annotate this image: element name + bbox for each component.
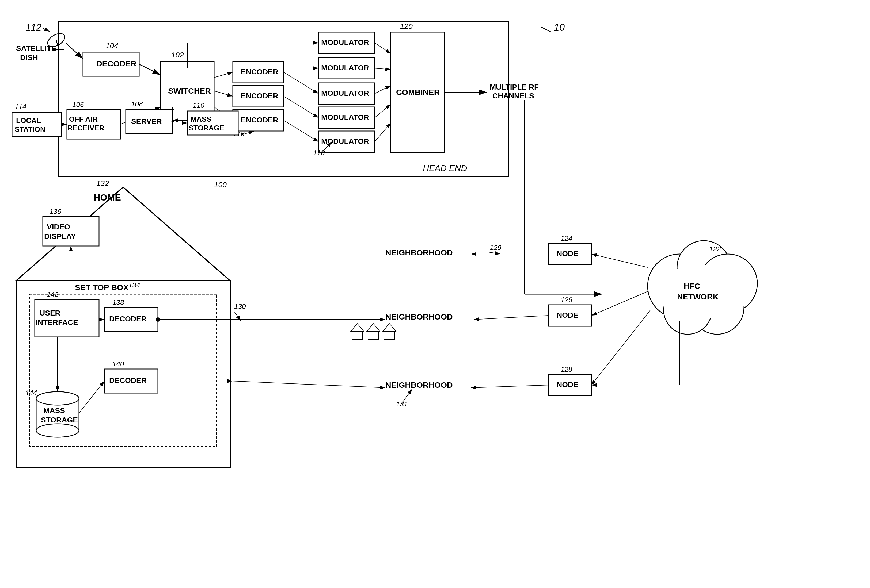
ref-122: 122 <box>709 245 721 253</box>
switcher-label: SWITCHER <box>168 86 211 95</box>
ref-134: 134 <box>128 281 140 289</box>
multiple-rf-label1: MULTIPLE RF <box>490 83 539 91</box>
local-station-label1: LOCAL <box>16 117 41 125</box>
multiple-rf-label2: CHANNELS <box>492 92 534 100</box>
svg-rect-56 <box>43 217 99 246</box>
ref-10: 10 <box>554 22 565 33</box>
neighborhood2-label: NEIGHBORHOOD <box>385 312 453 321</box>
ref-110: 110 <box>193 101 204 109</box>
video-display-label1: VIDEO <box>47 223 70 231</box>
svg-rect-93 <box>384 331 395 340</box>
video-display-label2: DISPLAY <box>44 232 76 241</box>
ref-144: 144 <box>25 389 37 397</box>
mass-storage-top-label1: MASS <box>191 115 212 123</box>
combiner-label: COMBINER <box>396 88 440 97</box>
mod1-label: MODULATOR <box>321 38 369 46</box>
mass-storage-top-label2: STORAGE <box>189 124 224 132</box>
ref-131: 131 <box>396 400 408 408</box>
diagram-svg: HEAD END 100 10 112 SATELLITE DISH DECOD… <box>0 0 870 588</box>
ref-126: 126 <box>561 296 572 304</box>
user-interface-label2: INTERFACE <box>36 318 78 327</box>
ref-130: 130 <box>234 303 246 310</box>
decoder-top-label: DECODER <box>96 59 137 68</box>
user-interface-label1: USER <box>40 309 61 317</box>
home-label: HOME <box>94 192 121 202</box>
node126-label: NODE <box>557 311 578 319</box>
ref-104: 104 <box>106 42 118 50</box>
off-air-label2: RECEIVER <box>67 124 104 132</box>
hfc-label1: HFC <box>684 282 700 290</box>
local-station-label2: STATION <box>15 125 46 134</box>
svg-rect-91 <box>368 331 379 340</box>
ref-112: 112 <box>25 22 42 33</box>
ref-118: 118 <box>313 148 325 157</box>
server-label: SERVER <box>131 117 162 125</box>
ref-142: 142 <box>47 290 59 298</box>
mod4-label: MODULATOR <box>321 113 369 122</box>
mod3-label: MODULATOR <box>321 89 369 97</box>
svg-point-64 <box>36 392 79 405</box>
encoder3-label: ENCODER <box>241 116 278 124</box>
head-end-ref: 100 <box>214 181 226 189</box>
ref-108: 108 <box>131 100 143 108</box>
decoder140-label: DECODER <box>109 376 147 385</box>
encoder2-label: ENCODER <box>241 92 278 100</box>
ref-136: 136 <box>49 208 61 215</box>
decoder138-label: DECODER <box>109 315 147 323</box>
satellite-dish-label2: DISH <box>20 53 38 62</box>
node128-label: NODE <box>557 380 578 389</box>
off-air-label1: OFF AIR <box>69 115 98 123</box>
mod2-label: MODULATOR <box>321 64 369 72</box>
svg-point-63 <box>36 424 79 437</box>
head-end-label: HEAD END <box>423 163 467 173</box>
ref-106: 106 <box>72 101 84 108</box>
satellite-dish-label: SATELLITE <box>16 44 56 52</box>
node124-label: NODE <box>557 249 578 258</box>
ref-140: 140 <box>112 360 124 368</box>
neighborhood1-label: NEIGHBORHOOD <box>385 248 453 257</box>
ref-124: 124 <box>561 234 572 242</box>
hfc-label2: NETWORK <box>677 292 718 301</box>
ref-132: 132 <box>96 179 109 187</box>
neighborhood3-label: NEIGHBORHOOD <box>385 380 453 389</box>
svg-point-77 <box>655 265 752 318</box>
mass-storage144-label1: MASS <box>43 407 65 415</box>
ref-114: 114 <box>15 103 26 111</box>
ref-129: 129 <box>490 244 501 252</box>
ref-138: 138 <box>112 298 124 306</box>
ref-120: 120 <box>400 22 413 30</box>
mod5-label: MODULATOR <box>321 137 369 146</box>
set-top-box-label: SET TOP BOX <box>75 283 129 292</box>
svg-rect-89 <box>352 331 363 340</box>
ref-128: 128 <box>561 365 572 373</box>
mass-storage144-label2: STORAGE <box>41 416 78 424</box>
encoder1-label: ENCODER <box>241 68 278 76</box>
ref-102: 102 <box>171 51 184 59</box>
